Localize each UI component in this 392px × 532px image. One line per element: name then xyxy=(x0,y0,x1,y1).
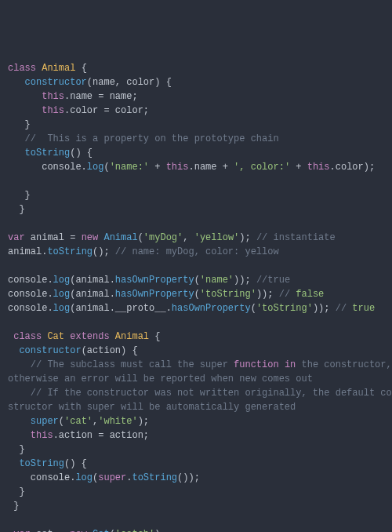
code-line: console.log('name:' + this.name + ', col… xyxy=(8,160,384,174)
token-kw: super xyxy=(98,472,126,483)
token-fn: hasOwnProperty xyxy=(115,289,194,300)
token-name: Cat xyxy=(47,331,64,342)
code-line: this.name = name; xyxy=(8,89,384,104)
token-str: ', color:' xyxy=(234,162,290,173)
token-fn: toString xyxy=(25,148,71,159)
code-line: var cat = new Cat('catch') xyxy=(8,527,384,532)
code-line: constructor(name, color) { xyxy=(8,75,384,89)
code-line: var animal = new Animal('myDog', 'yellow… xyxy=(8,231,384,245)
token-fn: Cat xyxy=(93,529,110,532)
token-kw: class xyxy=(8,63,36,74)
code-line: class Cat extends Animal { xyxy=(8,330,384,344)
token-fn: Animal xyxy=(103,232,137,243)
token-kw: this xyxy=(42,91,64,102)
code-line: toString() { xyxy=(8,457,384,471)
token-kw: new xyxy=(82,232,99,243)
code-line: class Animal { xyxy=(8,61,384,75)
token-fn: toString xyxy=(132,472,177,483)
code-line: } xyxy=(8,443,384,457)
code-line: constructor(action) { xyxy=(8,344,384,358)
code-line xyxy=(8,513,384,527)
code-line: console.log(animal.__proto__.hasOwnPrope… xyxy=(8,301,384,315)
code-line xyxy=(8,174,384,188)
code-line: // This is a property on the prototype c… xyxy=(8,132,384,146)
token-fn: toString xyxy=(47,246,93,257)
token-cmt: // This is a property on the prototype c… xyxy=(25,133,279,144)
token-cmt: // name: myDog, color: yellow xyxy=(115,246,279,257)
code-block: class Animal { constructor(name, color) … xyxy=(8,61,384,532)
token-cmt: structor with super will be automaticall… xyxy=(8,402,296,413)
token-str: 'catch' xyxy=(115,529,154,532)
token-fn: log xyxy=(53,303,71,314)
code-line: } xyxy=(8,202,384,217)
token-cmt: otherwise an error will be reported when… xyxy=(8,373,313,384)
code-line: } xyxy=(8,485,384,499)
token-kw: var xyxy=(8,232,25,243)
token-cmt: //true xyxy=(256,275,290,286)
token-fn: log xyxy=(75,472,93,483)
token-kw: extends xyxy=(70,331,109,342)
code-line: console.log(animal.hasOwnProperty('name'… xyxy=(8,273,384,287)
token-str: 'name:' xyxy=(110,162,149,173)
token-kw: this xyxy=(307,162,330,173)
token-str: 'myDog' xyxy=(143,232,183,243)
token-str: 'name' xyxy=(200,275,234,286)
code-line xyxy=(8,315,384,330)
token-fn: super xyxy=(31,416,59,427)
token-name: Animal xyxy=(42,63,75,74)
code-line xyxy=(8,217,384,231)
code-line: // The subclass must call the super func… xyxy=(8,358,384,372)
code-line: toString() { xyxy=(8,146,384,160)
token-fn: log xyxy=(87,162,104,173)
token-str: 'white' xyxy=(98,416,137,427)
code-line: // If the constructor was not written or… xyxy=(8,386,384,400)
token-kw: var xyxy=(8,529,31,532)
token-str: 'toString' xyxy=(200,289,256,300)
code-line xyxy=(8,259,384,273)
token-bool: true xyxy=(352,303,375,314)
token-cmt: the constructor, xyxy=(296,359,392,370)
token-fn: log xyxy=(53,275,71,286)
code-line: this.action = action; xyxy=(8,428,384,443)
token-kw: in xyxy=(285,359,296,370)
token-fn: constructor xyxy=(19,345,81,356)
token-cmt: // xyxy=(279,289,296,300)
code-line: } xyxy=(8,499,384,513)
token-cmt xyxy=(279,359,285,370)
token-str: 'cat' xyxy=(64,416,93,427)
code-line: animal.toString(); // name: myDog, color… xyxy=(8,245,384,259)
token-cmt: // The subclass must call the super xyxy=(31,359,234,370)
token-cmt: // xyxy=(336,303,353,314)
token-kw: new xyxy=(70,529,87,532)
token-fn: constructor xyxy=(25,77,87,88)
token-kw: this xyxy=(31,430,53,441)
code-line: super('cat','white'); xyxy=(8,414,384,428)
token-str: 'yellow' xyxy=(194,232,240,243)
token-kw: this xyxy=(166,162,189,173)
code-line: this.color = color; xyxy=(8,104,384,118)
code-line: console.log(animal.hasOwnProperty('toStr… xyxy=(8,287,384,301)
code-line: console.log(super.toString()); xyxy=(8,471,384,485)
code-line: structor with super will be automaticall… xyxy=(8,400,384,414)
code-line: } xyxy=(8,118,384,132)
token-fn: toString xyxy=(19,458,64,469)
token-fn: log xyxy=(53,289,71,300)
token-fn: hasOwnProperty xyxy=(172,303,251,314)
code-line: } xyxy=(8,188,384,202)
token-cmt: // If the constructor was not written or… xyxy=(31,388,392,399)
token-kw: class xyxy=(8,331,42,342)
code-line: otherwise an error will be reported when… xyxy=(8,372,384,386)
token-kw: function xyxy=(234,359,279,370)
token-fn: hasOwnProperty xyxy=(115,275,194,286)
token-cmt: // instantiate xyxy=(256,232,336,243)
token-bool: false xyxy=(296,289,324,300)
token-name: Animal xyxy=(115,331,149,342)
token-kw: this xyxy=(42,105,64,116)
token-str: 'toString' xyxy=(256,303,313,314)
